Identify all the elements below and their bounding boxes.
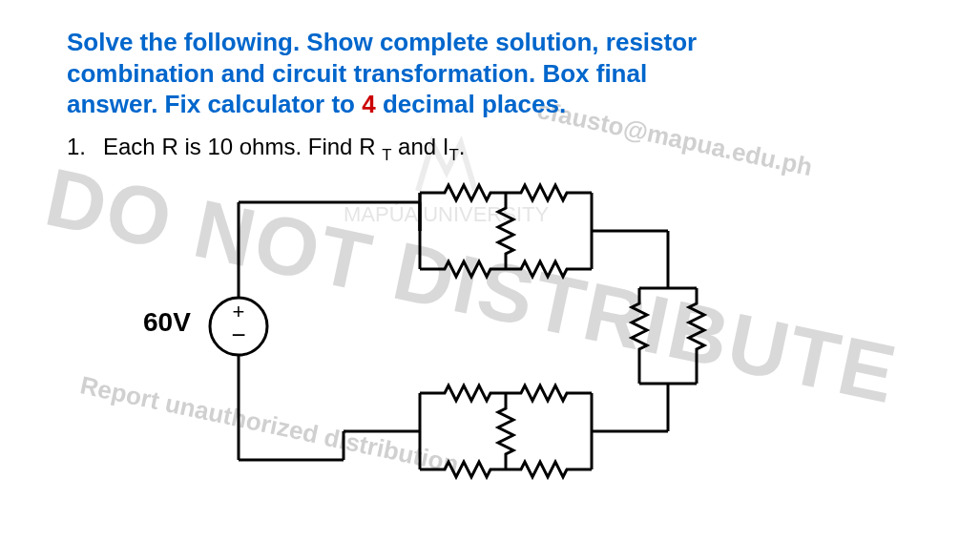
question-number: 1. bbox=[67, 134, 86, 159]
instruction-line2: combination and circuit transformation. … bbox=[67, 59, 647, 88]
question-sub1: T bbox=[382, 145, 391, 163]
question-text-c: . bbox=[459, 134, 466, 159]
question-sub2: T bbox=[448, 145, 458, 163]
instruction-line3a: answer. Fix calculator to bbox=[67, 90, 362, 118]
page-content: Solve the following. Show complete solut… bbox=[0, 0, 980, 508]
instruction-red: 4 bbox=[362, 90, 375, 118]
resistor-block-3 bbox=[420, 385, 592, 477]
instruction-line3b: decimal places. bbox=[376, 90, 566, 118]
voltage-source-label: 60V bbox=[143, 307, 191, 338]
resistor-block-1 bbox=[420, 185, 592, 277]
instruction-block: Solve the following. Show complete solut… bbox=[67, 27, 913, 120]
circuit-diagram: 60V + − bbox=[153, 174, 840, 489]
instruction-line1: Solve the following. Show complete solut… bbox=[67, 28, 697, 56]
question-line: 1.Each R is 10 ohms. Find R T and IT. bbox=[67, 134, 913, 165]
polarity-minus: − bbox=[231, 321, 245, 349]
resistor-block-2 bbox=[632, 288, 704, 384]
circuit-svg: + − bbox=[153, 174, 840, 489]
question-text-b: and I bbox=[391, 134, 448, 159]
question-text-a: Each R is 10 ohms. Find R bbox=[103, 134, 382, 159]
